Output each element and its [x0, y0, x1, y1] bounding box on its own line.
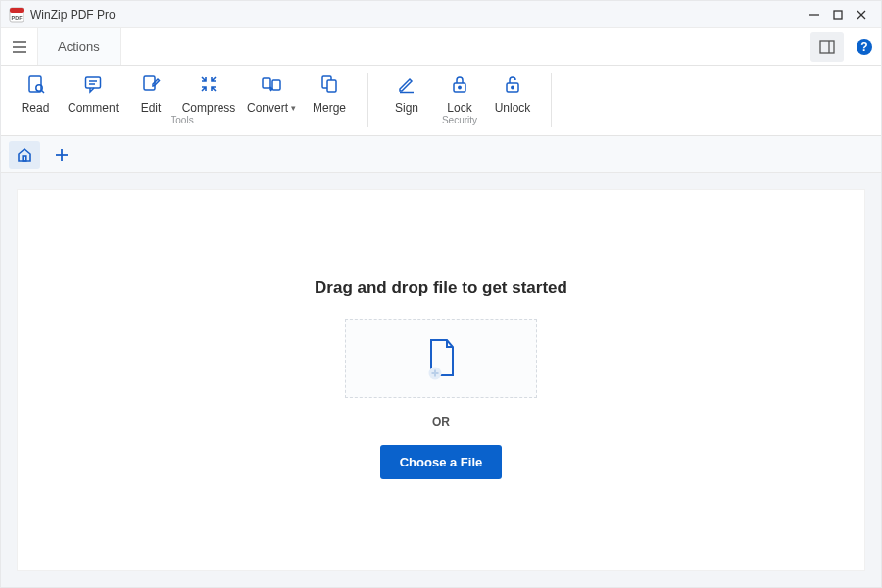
- plus-icon: [54, 147, 70, 163]
- tool-comment-label: Comment: [68, 101, 119, 115]
- compress-icon: [199, 74, 219, 95]
- group-tools: Read Comment Edit: [1, 66, 364, 135]
- unlock-icon: [504, 74, 521, 95]
- svg-rect-10: [820, 41, 834, 53]
- svg-point-29: [512, 86, 514, 88]
- tool-edit-label: Edit: [141, 101, 162, 115]
- drop-zone[interactable]: [345, 319, 537, 398]
- lock-icon: [451, 74, 468, 95]
- hamburger-icon: [12, 40, 27, 54]
- tool-merge[interactable]: Merge: [303, 72, 356, 115]
- drop-headline: Drag and drop file to get started: [315, 278, 567, 298]
- hamburger-button[interactable]: [1, 28, 38, 65]
- start-card: Drag and drop file to get started OR Cho…: [17, 189, 865, 571]
- app-title: WinZip PDF Pro: [30, 8, 116, 22]
- content-canvas: Drag and drop file to get started OR Cho…: [1, 173, 881, 587]
- document-tabstrip: [1, 136, 881, 173]
- window-close-button[interactable]: [850, 3, 873, 26]
- panel-icon: [819, 40, 835, 54]
- help-button[interactable]: ?: [848, 28, 881, 65]
- ribbon-divider: [368, 74, 368, 127]
- svg-text:PDF: PDF: [12, 14, 24, 20]
- svg-rect-1: [10, 8, 24, 13]
- app-window: PDF WinZip PDF Pro Actions ?: [0, 0, 882, 588]
- window-minimize-button[interactable]: [803, 3, 826, 26]
- home-icon: [16, 146, 33, 164]
- home-tab-button[interactable]: [9, 141, 40, 169]
- app-icon: PDF: [9, 7, 24, 23]
- tool-merge-label: Merge: [313, 101, 346, 115]
- tool-lock-label: Lock: [447, 101, 471, 115]
- tool-convert[interactable]: Convert▾: [240, 72, 303, 115]
- tool-compress[interactable]: Compress: [177, 72, 240, 115]
- window-maximize-button[interactable]: [826, 3, 850, 26]
- tool-unlock[interactable]: Unlock: [486, 72, 539, 115]
- tool-read-label: Read: [22, 101, 50, 115]
- panel-toggle-button[interactable]: [810, 32, 844, 62]
- choose-file-button[interactable]: Choose a File: [380, 445, 503, 479]
- maximize-icon: [833, 10, 843, 20]
- tool-compress-label: Compress: [182, 101, 236, 115]
- comment-icon: [83, 74, 103, 95]
- svg-rect-30: [23, 156, 26, 161]
- sign-icon: [397, 74, 416, 95]
- tool-lock[interactable]: Lock: [433, 72, 486, 115]
- svg-rect-4: [834, 11, 842, 19]
- svg-text:?: ?: [860, 40, 867, 54]
- help-icon: ?: [856, 38, 873, 56]
- tab-actions[interactable]: Actions: [38, 28, 121, 65]
- close-icon: [857, 10, 866, 20]
- read-icon: [25, 74, 45, 95]
- group-tools-label: Tools: [1, 115, 364, 128]
- ribbon-toolbar: Read Comment Edit: [1, 66, 881, 136]
- tool-comment[interactable]: Comment: [62, 72, 124, 115]
- tool-edit[interactable]: Edit: [124, 72, 177, 115]
- tool-sign-label: Sign: [395, 101, 418, 115]
- svg-line-16: [41, 90, 44, 93]
- group-security-label: Security: [372, 115, 547, 128]
- svg-rect-22: [272, 80, 280, 90]
- file-add-icon: [421, 336, 461, 381]
- group-security: Sign Lock Unlock Security: [372, 66, 547, 135]
- minimize-icon: [809, 10, 819, 20]
- tool-unlock-label: Unlock: [495, 101, 531, 115]
- svg-point-27: [459, 86, 461, 88]
- menu-bar: Actions ?: [1, 28, 881, 66]
- title-bar: PDF WinZip PDF Pro: [1, 1, 881, 28]
- svg-rect-17: [86, 77, 101, 88]
- svg-rect-24: [327, 80, 336, 92]
- tool-convert-label: Convert▾: [247, 101, 296, 115]
- merge-icon: [319, 74, 339, 95]
- ribbon-divider-2: [551, 74, 552, 127]
- or-separator: OR: [432, 416, 450, 429]
- convert-icon: [261, 74, 282, 95]
- tool-read[interactable]: Read: [9, 72, 62, 115]
- edit-icon: [141, 74, 161, 95]
- svg-rect-21: [263, 78, 270, 88]
- tool-sign[interactable]: Sign: [380, 72, 433, 115]
- new-tab-button[interactable]: [46, 141, 77, 169]
- svg-rect-14: [29, 76, 41, 92]
- chevron-down-icon: ▾: [291, 103, 296, 113]
